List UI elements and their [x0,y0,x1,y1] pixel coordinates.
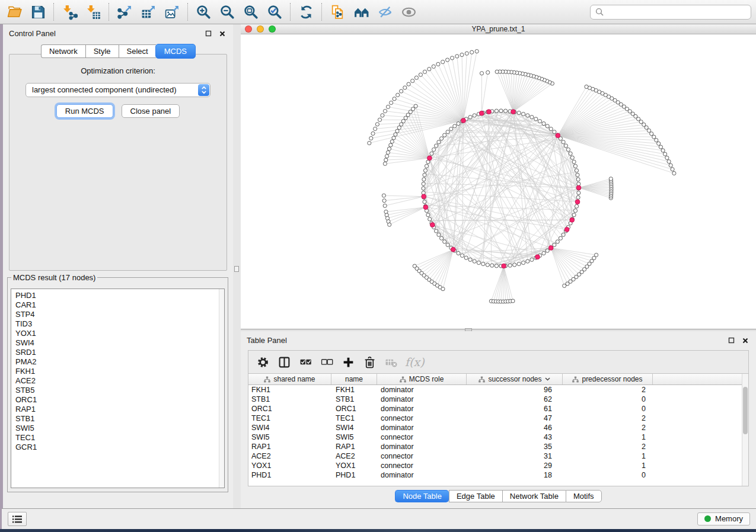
tab-mcds[interactable]: MCDS [155,44,196,59]
table-row[interactable]: STB1STB1dominator620 [248,395,748,404]
list-item[interactable]: STB1 [15,414,224,424]
zoom-fit-button[interactable] [239,2,263,22]
cell-successor-nodes[interactable]: 35 [467,443,563,451]
deselect-all-button[interactable] [320,354,334,370]
table-row[interactable]: ACE2ACE2connector311 [248,451,748,461]
cell-successor-nodes[interactable]: 43 [467,433,563,441]
delete-button[interactable] [362,354,377,370]
cell-MCDS-role[interactable]: connector [377,462,467,470]
table-row[interactable]: RAP1RAP1dominator352 [248,442,748,451]
run-mcds-button[interactable]: Run MCDS [56,104,113,118]
tab-style[interactable]: Style [85,44,119,58]
close-panel-icon[interactable] [218,30,227,38]
cell-successor-nodes[interactable]: 29 [467,462,563,470]
list-item[interactable]: ORC1 [15,395,224,405]
table-scrollbar-thumb[interactable] [743,387,748,434]
cell-successor-nodes[interactable]: 18 [467,471,563,479]
cell-successor-nodes[interactable]: 61 [467,405,563,413]
list-item[interactable]: STP4 [15,310,224,319]
cell-successor-nodes[interactable]: 46 [467,424,563,432]
list-item[interactable]: FKH1 [15,367,224,376]
cell-MCDS-role[interactable]: dominator [377,471,467,479]
cell-successor-nodes[interactable]: 96 [467,386,563,394]
list-item[interactable]: TID3 [15,319,224,329]
memory-button[interactable]: Memory [697,512,750,525]
cell-name[interactable]: ACE2 [331,452,377,460]
select-all-button[interactable] [298,354,312,370]
list-item[interactable]: TEC1 [15,433,224,443]
cell-name[interactable]: TEC1 [331,414,377,422]
cell-successor-nodes[interactable]: 62 [467,395,563,403]
cell-predecessor-nodes[interactable]: 0 [563,405,653,413]
cell-predecessor-nodes[interactable]: 2 [563,424,653,432]
refresh-button[interactable] [294,2,318,22]
cell-name[interactable]: STB1 [331,395,377,403]
tab-select[interactable]: Select [119,44,156,58]
cell-MCDS-role[interactable]: connector [377,433,467,441]
cell-shared-name[interactable]: STB1 [248,395,331,403]
list-item[interactable]: SRD1 [15,348,224,357]
hide-graphics-button[interactable] [373,2,397,22]
maximize-window-icon[interactable] [269,25,276,33]
result-scrollbar-track[interactable] [219,289,224,488]
search-box[interactable] [590,5,751,20]
tab-network-table[interactable]: Network Table [502,490,566,502]
cell-MCDS-role[interactable]: connector [377,452,467,460]
table-row[interactable]: TEC1TEC1connector472 [248,414,748,423]
splitter-handle[interactable] [234,266,239,272]
cell-predecessor-nodes[interactable]: 0 [563,471,653,479]
export-image-button[interactable] [160,2,184,22]
table-row[interactable]: YOX1YOX1connector291 [248,461,748,470]
column-header-name[interactable]: name [331,374,377,384]
cell-predecessor-nodes[interactable]: 0 [563,395,653,403]
list-item[interactable]: SWI4 [15,338,224,348]
cell-shared-name[interactable]: FKH1 [248,386,331,394]
split-view-button[interactable] [277,354,291,370]
list-item[interactable]: CAR1 [15,300,224,310]
cell-name[interactable]: FKH1 [331,386,377,394]
column-header-shared-name[interactable]: shared name [248,374,331,384]
zoom-in-button[interactable] [192,2,215,22]
minimize-window-icon[interactable] [257,25,264,33]
list-item[interactable]: PMA2 [15,357,224,367]
export-network-button[interactable] [113,2,136,22]
table-scrollbar[interactable] [742,374,748,486]
cell-MCDS-role[interactable]: dominator [377,405,467,413]
float-table-panel-icon[interactable] [726,336,736,345]
cell-name[interactable]: SWI5 [331,433,377,441]
cell-shared-name[interactable]: ACE2 [248,452,331,460]
search-input[interactable] [607,8,746,17]
list-item[interactable]: YOX1 [15,329,224,338]
task-history-button[interactable] [8,512,27,526]
cell-predecessor-nodes[interactable]: 2 [563,386,653,394]
clone-network-button[interactable] [326,2,349,22]
cell-MCDS-role[interactable]: dominator [377,386,467,394]
list-item[interactable]: RAP1 [15,405,224,414]
import-table-button[interactable] [81,2,105,22]
float-panel-icon[interactable] [203,30,213,38]
settings-button[interactable] [256,354,270,370]
network-window-titlebar[interactable]: YPA_prune.txt_1 [241,24,756,34]
table-row[interactable]: FKH1FKH1dominator962 [248,385,748,395]
table-row[interactable]: SWI5SWI5connector431 [248,432,748,442]
cell-name[interactable]: PHD1 [331,471,377,479]
zoom-out-button[interactable] [215,2,239,22]
cell-predecessor-nodes[interactable]: 1 [563,462,653,470]
cell-shared-name[interactable]: PHD1 [248,471,331,479]
cell-MCDS-role[interactable]: dominator [377,395,467,403]
cell-predecessor-nodes[interactable]: 2 [563,443,653,451]
save-button[interactable] [26,2,50,22]
cell-shared-name[interactable]: RAP1 [248,443,331,451]
close-table-panel-icon[interactable] [741,336,750,345]
cell-name[interactable]: RAP1 [331,443,377,451]
cell-shared-name[interactable]: YOX1 [248,462,331,470]
export-table-button[interactable] [136,2,160,22]
cell-predecessor-nodes[interactable]: 1 [563,452,653,460]
import-network-button[interactable] [58,2,81,22]
list-item[interactable]: STB5 [15,386,224,395]
close-window-icon[interactable] [245,25,252,33]
list-item[interactable]: ACE2 [15,376,224,386]
tab-node-table[interactable]: Node Table [395,490,449,502]
cell-MCDS-role[interactable]: dominator [377,424,467,432]
first-neighbors-button[interactable] [349,2,373,22]
